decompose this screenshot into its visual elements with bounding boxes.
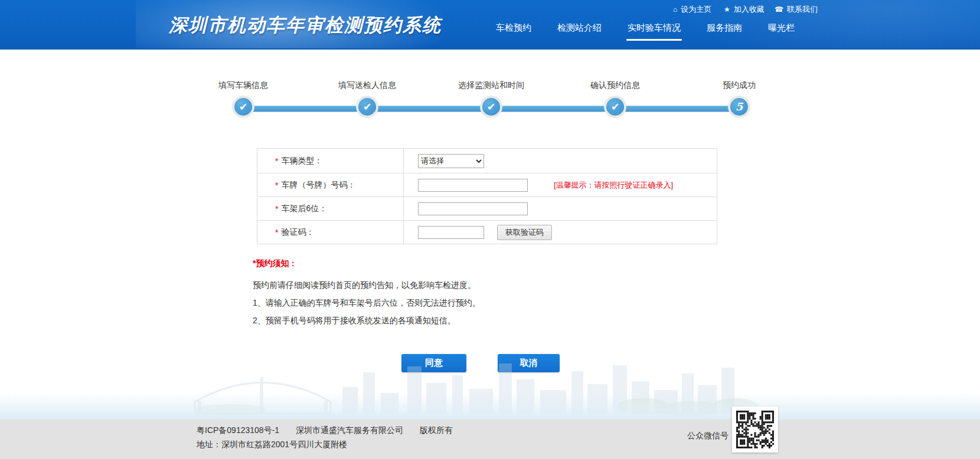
step-4: 确认预约信息 ✔ bbox=[556, 50, 674, 91]
notice-title: *预约须知： bbox=[253, 258, 701, 269]
agree-button[interactable]: 同意 bbox=[401, 354, 466, 372]
step-1-dot: ✔ bbox=[234, 98, 252, 116]
notice-line: 2、预留手机号码将用于接收系统发送的各项通知短信。 bbox=[253, 312, 701, 329]
step-3: 选择监测站和时间 ✔ bbox=[432, 50, 550, 91]
field-cell bbox=[404, 197, 717, 220]
vin-last6-input[interactable] bbox=[418, 202, 528, 215]
required-asterisk: * bbox=[275, 156, 278, 166]
get-captcha-button[interactable]: 获取验证码 bbox=[497, 225, 552, 240]
notice-line: 1、请输入正确的车牌号和车架号后六位，否则无法进行预约。 bbox=[253, 294, 701, 312]
form-row-plate-number: * 车牌（号牌）号码： [温馨提示：请按照行驶证正确录入] bbox=[257, 173, 717, 196]
form-row-vehicle-type: * 车辆类型： 请选择 bbox=[257, 149, 717, 173]
field-label: * 车辆类型： bbox=[257, 149, 404, 173]
field-cell: 请选择 bbox=[404, 149, 717, 173]
field-cell: [温馨提示：请按照行驶证正确录入] bbox=[404, 173, 717, 196]
nav-item-realtime-inspection[interactable]: 实时验车情况 bbox=[628, 22, 681, 41]
footer: 粤ICP备09123108号-1深圳市通盛汽车服务有限公司版权所有 地址：深圳市… bbox=[0, 419, 980, 459]
toplink-label: 联系我们 bbox=[787, 4, 818, 15]
nav-item-exposure-board[interactable]: 曝光栏 bbox=[768, 22, 795, 41]
footer-text: 粤ICP备09123108号-1深圳市通盛汽车服务有限公司版权所有 地址：深圳市… bbox=[197, 425, 453, 450]
phone-icon: ☎ bbox=[775, 6, 783, 13]
icp-number: 粤ICP备09123108号-1 bbox=[197, 425, 279, 435]
nav-item-vehicle-booking[interactable]: 车检预约 bbox=[496, 22, 531, 41]
plate-hint-text: [温馨提示：请按照行驶证正确录入] bbox=[554, 180, 673, 191]
check-icon: ✔ bbox=[611, 102, 619, 112]
company-name: 深圳市通盛汽车服务有限公司 bbox=[296, 425, 403, 435]
wechat-account-label: 公众微信号 bbox=[687, 431, 729, 441]
contact-us-link[interactable]: ☎ 联系我们 bbox=[775, 4, 818, 15]
required-asterisk: * bbox=[275, 228, 278, 237]
star-icon: ★ bbox=[724, 6, 730, 13]
toplink-label: 设为主页 bbox=[681, 4, 711, 15]
set-homepage-link[interactable]: ⌂ 设为主页 bbox=[673, 4, 711, 15]
progress-steps: 填写车辆信息 ✔ 填写送检人信息 ✔ 选择监测站和时间 ✔ 确认预约信息 ✔ 预… bbox=[0, 50, 980, 126]
step-4-dot: ✔ bbox=[606, 98, 624, 116]
nav-item-station-intro[interactable]: 检测站介绍 bbox=[557, 22, 602, 41]
field-label: * 车架后6位： bbox=[257, 197, 404, 220]
field-label: * 验证码： bbox=[257, 221, 404, 244]
field-label: * 车牌（号牌）号码： bbox=[257, 173, 404, 196]
step-3-dot: ✔ bbox=[482, 98, 500, 116]
check-icon: ✔ bbox=[239, 102, 247, 112]
form-row-vin-last6: * 车架后6位： bbox=[257, 196, 717, 220]
captcha-input[interactable] bbox=[418, 226, 484, 239]
check-icon: ✔ bbox=[363, 102, 371, 112]
step-label: 确认预约信息 bbox=[556, 80, 674, 91]
vehicle-type-label: 车辆类型： bbox=[281, 156, 322, 166]
step-number: 5 bbox=[736, 101, 743, 112]
site-title: 深圳市机动车年审检测预约系统 bbox=[169, 13, 442, 38]
required-asterisk: * bbox=[275, 204, 278, 214]
step-label: 预约成功 bbox=[680, 80, 798, 91]
topbar: ⌂ 设为主页 ★ 加入收藏 ☎ 联系我们 bbox=[0, 4, 980, 15]
vehicle-type-select[interactable]: 请选择 bbox=[418, 154, 484, 168]
wechat-qr-code bbox=[732, 406, 778, 453]
step-label: 填写送检人信息 bbox=[308, 80, 426, 91]
home-icon: ⌂ bbox=[673, 6, 677, 13]
step-label: 选择监测站和时间 bbox=[432, 80, 550, 91]
footer-line-1: 粤ICP备09123108号-1深圳市通盛汽车服务有限公司版权所有 bbox=[197, 425, 453, 436]
haze-decoration bbox=[0, 392, 980, 419]
step-label: 填写车辆信息 bbox=[184, 80, 302, 91]
add-favorite-link[interactable]: ★ 加入收藏 bbox=[724, 4, 765, 15]
step-1: 填写车辆信息 ✔ bbox=[184, 50, 302, 91]
page: ⌂ 设为主页 ★ 加入收藏 ☎ 联系我们 深圳市机动车年审检测预约系统 车检预约… bbox=[0, 0, 980, 459]
plate-number-input[interactable] bbox=[418, 179, 528, 192]
booking-form: * 车辆类型： 请选择 * 车牌（号牌）号码： [温馨提示：请按照行驶证正确录入… bbox=[257, 148, 717, 244]
check-icon: ✔ bbox=[487, 102, 495, 112]
form-row-captcha: * 验证码： 获取验证码 bbox=[257, 220, 717, 244]
main-nav: 车检预约 检测站介绍 实时验车情况 服务指南 曝光栏 bbox=[496, 22, 795, 41]
step-2-dot: ✔ bbox=[358, 98, 376, 116]
vin-last6-label: 车架后6位： bbox=[281, 204, 327, 214]
notice-line: 预约前请仔细阅读预约首页的预约告知，以免影响车检进度。 bbox=[253, 276, 701, 294]
cancel-button[interactable]: 取消 bbox=[498, 354, 560, 372]
booking-notice: *预约须知： 预约前请仔细阅读预约首页的预约告知，以免影响车检进度。 1、请输入… bbox=[253, 258, 701, 329]
step-5: 预约成功 5 bbox=[680, 50, 798, 91]
header: ⌂ 设为主页 ★ 加入收藏 ☎ 联系我们 深圳市机动车年审检测预约系统 车检预约… bbox=[0, 0, 980, 50]
qr-code-image bbox=[736, 411, 774, 448]
nav-item-service-guide[interactable]: 服务指南 bbox=[707, 22, 742, 41]
city-skyline-decoration bbox=[0, 331, 980, 419]
footer-address: 地址：深圳市红荔路2001号四川大厦附楼 bbox=[197, 440, 453, 450]
plate-number-label: 车牌（号牌）号码： bbox=[281, 180, 355, 191]
step-5-dot: 5 bbox=[730, 98, 748, 116]
toplink-label: 加入收藏 bbox=[734, 4, 765, 15]
captcha-label: 验证码： bbox=[281, 227, 314, 238]
copyright-text: 版权所有 bbox=[420, 425, 453, 435]
field-cell: 获取验证码 bbox=[404, 221, 717, 244]
required-asterisk: * bbox=[275, 181, 278, 190]
step-2: 填写送检人信息 ✔ bbox=[308, 50, 426, 91]
